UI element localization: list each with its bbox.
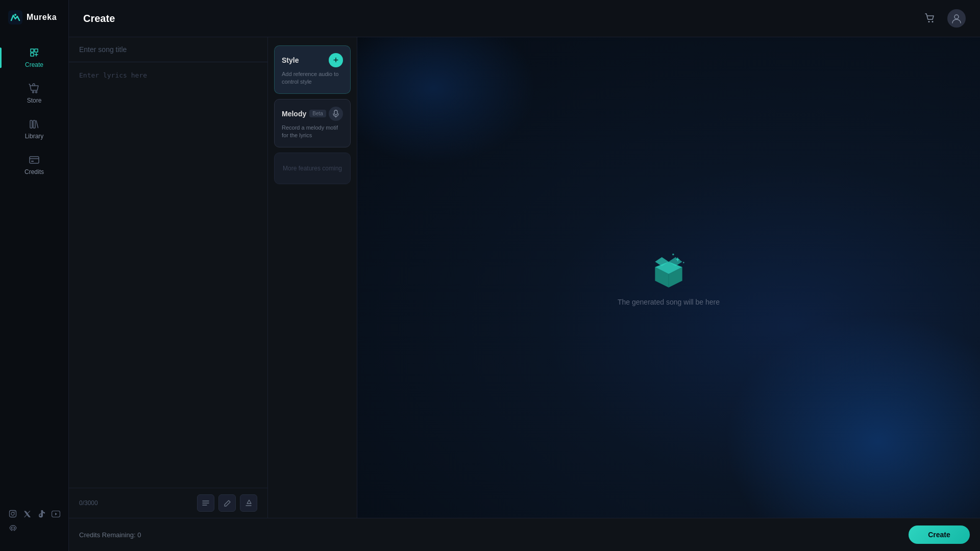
melody-card-header: Melody Beta xyxy=(282,107,343,121)
svg-rect-3 xyxy=(33,120,35,128)
svg-rect-5 xyxy=(31,161,34,162)
svg-rect-0 xyxy=(8,10,22,24)
style-card-description: Add reference audio to control style xyxy=(282,70,343,86)
logo: Mureka xyxy=(0,10,65,41)
credits-remaining-label: Credits Remaining: 0 xyxy=(79,531,902,539)
svg-rect-4 xyxy=(30,157,39,163)
format-lines-button[interactable] xyxy=(197,494,214,512)
style-add-button[interactable]: + xyxy=(329,53,343,67)
svg-point-15 xyxy=(683,262,684,263)
library-icon xyxy=(29,118,40,130)
svg-point-1 xyxy=(14,14,16,16)
sidebar-item-create-label: Create xyxy=(25,61,43,68)
sidebar-item-store-label: Store xyxy=(27,97,42,104)
create-icon xyxy=(29,47,40,58)
melody-title-row: Melody Beta xyxy=(282,110,326,118)
style-card-title: Style xyxy=(282,56,299,64)
melody-beta-badge: Beta xyxy=(309,110,326,117)
content-area: 0/3000 xyxy=(69,37,980,518)
sidebar-item-store[interactable]: Store xyxy=(0,77,68,110)
youtube-icon[interactable] xyxy=(51,509,60,518)
sidebar-item-library[interactable]: Library xyxy=(0,112,68,146)
mureka-logo-icon xyxy=(8,10,22,24)
logo-text: Mureka xyxy=(27,13,57,22)
melody-mic-button[interactable] xyxy=(329,107,343,121)
feature-card-melody[interactable]: Melody Beta Record a melody motif for th… xyxy=(274,99,351,147)
sidebar-item-create[interactable]: Create xyxy=(0,41,68,74)
topbar-actions xyxy=(921,9,966,28)
more-features-text: More features coming xyxy=(282,160,343,177)
highlight-button[interactable] xyxy=(240,494,257,512)
feature-card-style[interactable]: Style + Add reference audio to control s… xyxy=(274,45,351,94)
right-area: Style + Add reference audio to control s… xyxy=(268,37,980,518)
svg-point-11 xyxy=(932,21,934,22)
store-icon xyxy=(29,83,40,94)
discord-icon[interactable] xyxy=(8,523,17,533)
social-links xyxy=(0,501,68,541)
svg-point-10 xyxy=(928,21,930,22)
tiktok-icon[interactable] xyxy=(37,509,46,518)
main-content: Create 0/3000 xyxy=(69,0,980,551)
empty-state-text: The generated song will be here xyxy=(618,298,720,306)
svg-rect-13 xyxy=(334,110,337,115)
lyrics-textarea[interactable] xyxy=(69,62,267,488)
empty-state: The generated song will be here xyxy=(618,249,720,306)
melody-card-title: Melody xyxy=(282,110,306,118)
svg-point-12 xyxy=(954,15,959,19)
page-title: Create xyxy=(83,13,115,24)
user-avatar[interactable] xyxy=(947,9,966,28)
char-count: 0/3000 xyxy=(79,499,98,507)
edit-pencil-button[interactable] xyxy=(218,494,236,512)
lyrics-toolbar xyxy=(197,494,257,512)
bottom-bar: Credits Remaining: 0 Create xyxy=(69,518,980,551)
topbar: Create xyxy=(69,0,980,37)
feature-card-more: More features coming xyxy=(274,153,351,185)
cart-icon[interactable] xyxy=(921,9,939,28)
svg-point-14 xyxy=(672,254,674,256)
empty-box-icon xyxy=(648,249,689,290)
svg-rect-2 xyxy=(30,120,32,128)
song-preview-area: The generated song will be here xyxy=(357,37,980,518)
instagram-icon[interactable] xyxy=(8,509,17,518)
sidebar-item-credits[interactable]: Credits xyxy=(0,148,68,182)
sidebar-item-library-label: Library xyxy=(25,133,44,140)
lyrics-footer: 0/3000 xyxy=(69,488,267,518)
style-card-header: Style + xyxy=(282,53,343,67)
twitter-x-icon[interactable] xyxy=(22,509,32,518)
sidebar-nav: Create Store Library xyxy=(0,41,68,501)
song-title-input[interactable] xyxy=(69,37,267,62)
melody-card-description: Record a melody motif for the lyrics xyxy=(282,124,343,140)
create-button[interactable]: Create xyxy=(909,525,970,544)
svg-point-8 xyxy=(14,512,15,513)
feature-cards-panel: Style + Add reference audio to control s… xyxy=(268,37,357,518)
svg-point-7 xyxy=(11,512,14,515)
lyrics-editor-panel: 0/3000 xyxy=(69,37,268,518)
sidebar-item-credits-label: Credits xyxy=(24,168,44,176)
svg-rect-6 xyxy=(10,511,16,517)
sidebar: Mureka Create Store xyxy=(0,0,69,551)
credits-icon xyxy=(29,154,40,165)
